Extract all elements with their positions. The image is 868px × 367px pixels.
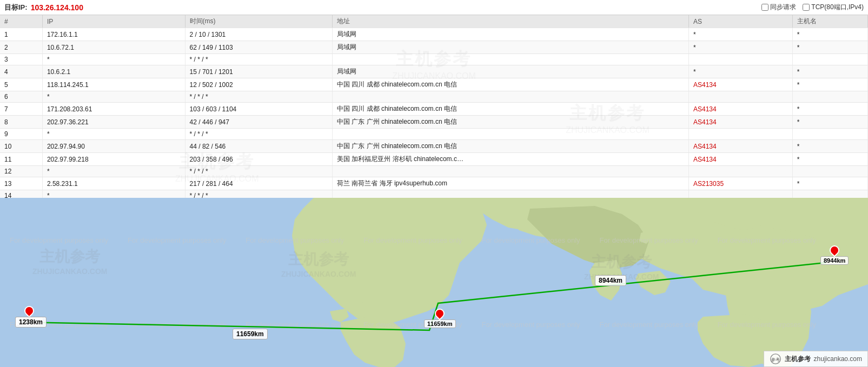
cell-0: 9 <box>0 129 42 140</box>
cell-3: 中国 广东 广州 chinatelecom.com.cn 电信 <box>332 116 688 129</box>
target-ip-value: 103.26.124.100 <box>31 3 83 12</box>
cell-2: 15 / 701 / 1201 <box>185 65 332 78</box>
col-hostname: 主机名 <box>792 15 867 28</box>
cell-3: 荷兰 南荷兰省 海牙 ipv4superhub.com <box>332 177 688 190</box>
cell-3: 局域网 <box>332 41 688 54</box>
cell-5: * <box>792 140 867 153</box>
cell-4: AS4134 <box>689 116 793 129</box>
cell-4: AS213035 <box>689 177 793 190</box>
top-bar: 目标IP: 103.26.124.100 同步请求 TCP(80端口,IPv4) <box>0 0 868 15</box>
cell-2: 217 / 281 / 464 <box>185 177 332 190</box>
marker-usa-mid: 11659km <box>424 309 456 328</box>
cell-4 <box>689 91 793 103</box>
cell-2: * / * / * <box>185 129 332 140</box>
cell-3: 局域网 <box>332 28 688 41</box>
dist-label-8944: 8944km <box>595 275 626 286</box>
bottom-bar: 参考 主机参考 zhujicankao.com <box>764 351 868 367</box>
cell-1: 10.6.72.1 <box>42 41 185 54</box>
cell-4: * <box>689 65 793 78</box>
table-row: 410.6.2.115 / 701 / 1201局域网** <box>0 65 868 78</box>
cell-1: 171.208.203.61 <box>42 103 185 116</box>
cell-1: * <box>42 190 185 198</box>
table-row: 1172.16.1.12 / 10 / 1301局域网** <box>0 28 868 41</box>
table-row: 132.58.231.1217 / 281 / 464荷兰 南荷兰省 海牙 ip… <box>0 177 868 190</box>
trace-table: # IP 时间(ms) 地址 AS 主机名 1172.16.1.12 / 10 … <box>0 15 868 198</box>
cell-2: 62 / 149 / 1103 <box>185 41 332 54</box>
cell-4: * <box>689 41 793 54</box>
sync-checkbox-input[interactable] <box>761 4 768 11</box>
cell-3 <box>332 190 688 198</box>
cell-0: 5 <box>0 78 42 91</box>
table-row: 12** / * / * <box>0 166 868 177</box>
cell-1: * <box>42 91 185 103</box>
cell-4 <box>689 166 793 177</box>
cell-2: * / * / * <box>185 54 332 65</box>
cell-5: * <box>792 28 867 41</box>
col-ip: IP <box>42 15 185 28</box>
cell-5: * <box>792 153 867 166</box>
cell-2: 12 / 502 / 1002 <box>185 78 332 91</box>
cell-2: 2 / 10 / 1301 <box>185 28 332 41</box>
cell-1: 172.16.1.1 <box>42 28 185 41</box>
cell-0: 2 <box>0 41 42 54</box>
marker-eu-label: 8944km <box>820 256 849 265</box>
cell-4 <box>689 129 793 140</box>
cell-1: 202.97.94.90 <box>42 140 185 153</box>
cell-0: 13 <box>0 177 42 190</box>
world-map-svg <box>0 198 868 367</box>
map-center-watermark-1: 主机参考 ZHUJICANKAO.COM <box>281 249 356 278</box>
cell-1: * <box>42 166 185 177</box>
table-header: # IP 时间(ms) 地址 AS 主机名 <box>0 15 868 28</box>
cell-4 <box>689 190 793 198</box>
cell-3: 中国 四川 成都 chinatelecom.com.cn 电信 <box>332 103 688 116</box>
cell-0: 4 <box>0 65 42 78</box>
cell-5: * <box>792 103 867 116</box>
table-body: 1172.16.1.12 / 10 / 1301局域网**210.6.72.16… <box>0 28 868 198</box>
cell-2: * / * / * <box>185 190 332 198</box>
target-ip-label: 目标IP: <box>4 3 28 12</box>
table-row: 11202.97.99.218203 / 358 / 496美国 加利福尼亚州 … <box>0 153 868 166</box>
table-row: 3** / * / * <box>0 54 868 65</box>
cell-0: 12 <box>0 166 42 177</box>
cell-1: 2.58.231.1 <box>42 177 185 190</box>
logo-icon: 参考 <box>770 353 781 365</box>
sync-checkbox[interactable]: 同步请求 <box>761 3 796 12</box>
table-row: 5118.114.245.112 / 502 / 1002中国 四川 成都 ch… <box>0 78 868 91</box>
cell-3: 美国 加利福尼亚州 溶杉矶 chinatelecom.c… <box>332 153 688 166</box>
cell-5: * <box>792 116 867 129</box>
cell-5 <box>792 91 867 103</box>
cell-2: 42 / 446 / 947 <box>185 116 332 129</box>
table-row: 10202.97.94.9044 / 82 / 546中国 广东 广州 chin… <box>0 140 868 153</box>
cell-4: AS4134 <box>689 140 793 153</box>
cell-4: * <box>689 28 793 41</box>
tcp-checkbox[interactable]: TCP(80端口,IPv4) <box>803 3 864 12</box>
col-as: AS <box>689 15 793 28</box>
map-center-watermark-3: 主机参考 ZHUJICANKAO.COM <box>32 246 107 276</box>
sync-checkbox-label: 同步请求 <box>770 3 796 12</box>
cell-0: 10 <box>0 140 42 153</box>
table-row: 7171.208.203.61103 / 603 / 1104中国 四川 成都 … <box>0 103 868 116</box>
cell-1: 202.97.36.221 <box>42 116 185 129</box>
cell-2: 44 / 82 / 546 <box>185 140 332 153</box>
col-addr: 地址 <box>332 15 688 28</box>
cell-2: * / * / * <box>185 166 332 177</box>
cell-0: 7 <box>0 103 42 116</box>
dist-label-1238: 1238km <box>15 317 47 328</box>
marker-eu: 8944km <box>820 245 849 265</box>
bottom-site: zhujicankao.com <box>814 355 862 363</box>
cell-0: 6 <box>0 91 42 103</box>
table-header-row: # IP 时间(ms) 地址 AS 主机名 <box>0 15 868 28</box>
cell-2: * / * / * <box>185 91 332 103</box>
cell-0: 14 <box>0 190 42 198</box>
tcp-checkbox-input[interactable] <box>803 4 810 11</box>
cell-4: AS4134 <box>689 103 793 116</box>
map-area[interactable]: For development purposes only For develo… <box>0 198 868 367</box>
cell-3 <box>332 91 688 103</box>
cell-4: AS4134 <box>689 78 793 91</box>
cell-1: * <box>42 54 185 65</box>
cell-5 <box>792 166 867 177</box>
table-row: 14** / * / * <box>0 190 868 198</box>
cell-1: 202.97.99.218 <box>42 153 185 166</box>
svg-text:参考: 参考 <box>771 357 780 362</box>
cell-3: 中国 四川 成都 chinatelecom.com.cn 电信 <box>332 78 688 91</box>
